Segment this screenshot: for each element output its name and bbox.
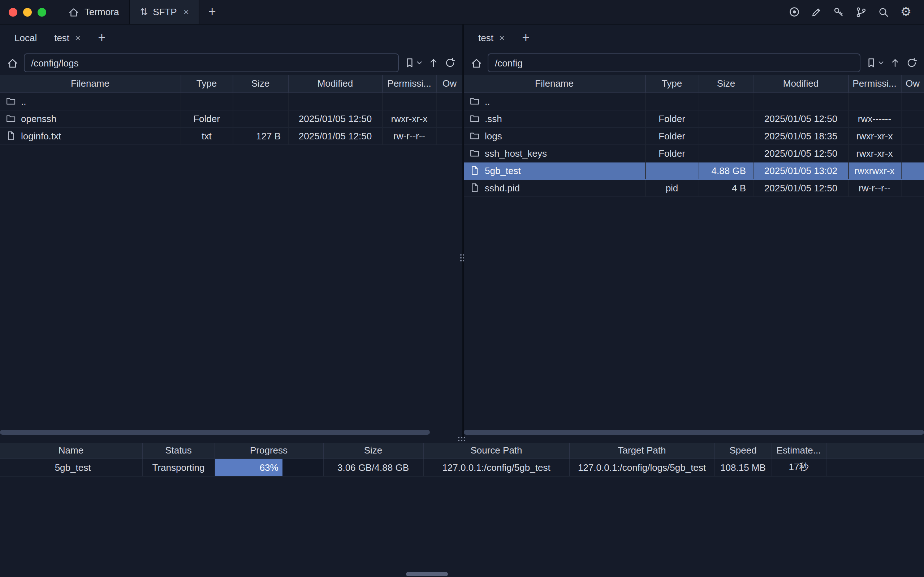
home-icon[interactable]	[6, 57, 19, 69]
col-owner[interactable]: Ow	[901, 75, 924, 92]
col-size[interactable]: Size	[233, 75, 288, 92]
cell-type: txt	[181, 127, 233, 144]
branch-icon[interactable]	[855, 5, 868, 18]
refresh-icon[interactable]	[444, 57, 456, 69]
path-input[interactable]	[24, 53, 399, 72]
file-row-parent[interactable]: ..	[0, 92, 462, 110]
window-controls	[0, 0, 58, 24]
col-source-path[interactable]: Source Path	[423, 443, 569, 459]
cell-progress: 63%	[214, 459, 323, 476]
minimize-window-button[interactable]	[23, 8, 32, 16]
cell-permissions	[848, 92, 901, 110]
search-icon[interactable]	[877, 5, 890, 18]
refresh-icon[interactable]	[906, 57, 918, 69]
gear-icon[interactable]: ⚙	[900, 5, 913, 18]
tab-test-right[interactable]: test ×	[469, 24, 513, 50]
file-icon	[469, 183, 480, 193]
record-icon[interactable]	[787, 5, 800, 18]
tab-local[interactable]: Local	[6, 24, 45, 50]
bookmark-icon[interactable]	[866, 57, 884, 69]
col-progress[interactable]: Progress	[214, 443, 323, 459]
close-icon[interactable]: ×	[184, 6, 189, 17]
key-icon[interactable]	[832, 5, 845, 18]
tab-test-left[interactable]: test ×	[45, 24, 89, 50]
col-filename[interactable]: Filename	[464, 75, 645, 92]
folder-icon	[469, 113, 480, 124]
bottom-scrollbar-thumb[interactable]	[406, 572, 448, 576]
bookmark-icon[interactable]	[404, 57, 422, 69]
cell-owner	[901, 179, 924, 197]
tab-sftp[interactable]: ⇅ SFTP ×	[129, 0, 199, 24]
col-modified[interactable]: Modified	[753, 75, 848, 92]
col-size[interactable]: Size	[698, 75, 753, 92]
cell-modified	[753, 92, 848, 110]
folder-icon	[6, 96, 16, 106]
add-tab-button[interactable]: +	[513, 30, 538, 45]
file-row-ssh-host-keys[interactable]: ssh_host_keys Folder 2025/01/05 12:50 rw…	[464, 144, 924, 162]
file-row-logs[interactable]: logs Folder 2025/01/05 18:35 rwxr-xr-x	[464, 127, 924, 144]
cell-owner	[901, 162, 924, 179]
local-pane: Local test × + Filename Type	[0, 24, 462, 437]
tab-test-left-label: test	[54, 32, 69, 43]
cell-modified: 2025/01/05 12:50	[753, 110, 848, 127]
col-size[interactable]: Size	[323, 443, 423, 459]
col-type[interactable]: Type	[645, 75, 698, 92]
col-type[interactable]: Type	[181, 75, 233, 92]
tab-termora-label: Termora	[84, 6, 119, 17]
col-permissions[interactable]: Permissi...	[848, 75, 901, 92]
cell-type	[645, 92, 698, 110]
cell-permissions: rwxr-xr-x	[848, 127, 901, 144]
horizontal-scrollbar[interactable]	[464, 430, 924, 435]
cell-type: Folder	[645, 144, 698, 162]
titlebar-actions: ⚙	[787, 0, 924, 24]
cell-owner	[436, 127, 462, 144]
close-icon[interactable]: ×	[75, 32, 81, 43]
cell-size: 4.88 GB	[698, 162, 753, 179]
parent-directory-icon[interactable]	[428, 57, 439, 69]
file-row-parent[interactable]: ..	[464, 92, 924, 110]
add-tab-button[interactable]: +	[89, 30, 114, 45]
col-speed[interactable]: Speed	[714, 443, 772, 459]
home-icon[interactable]	[470, 57, 482, 69]
cell-owner	[436, 92, 462, 110]
file-row-5gb-test-selected[interactable]: 5gb_test 4.88 GB 2025/01/05 13:02 rwxrwx…	[464, 162, 924, 179]
cell-permissions: rwxrwxr-x	[848, 162, 901, 179]
cell-permissions: rw-r--r--	[382, 127, 436, 144]
sftp-panes: Local test × + Filename Type	[0, 24, 924, 437]
pencil-icon[interactable]	[810, 5, 823, 18]
new-tab-button[interactable]: +	[200, 0, 225, 24]
remote-file-table: Filename Type Size Modified Permissi... …	[464, 75, 924, 197]
close-window-button[interactable]	[9, 8, 17, 16]
cell-name: 5gb_test	[0, 459, 142, 476]
file-row-openssh[interactable]: openssh Folder 2025/01/05 12:50 rwxr-xr-…	[0, 110, 462, 127]
parent-directory-icon[interactable]	[889, 57, 901, 69]
col-spacer	[826, 443, 924, 459]
cell-size: 3.06 GB/4.88 GB	[323, 459, 423, 476]
file-row-ssh[interactable]: .ssh Folder 2025/01/05 12:50 rwx------	[464, 110, 924, 127]
col-owner[interactable]: Ow	[436, 75, 462, 92]
col-permissions[interactable]: Permissi...	[382, 75, 436, 92]
filename-text: sshd.pid	[485, 182, 520, 193]
filename-text: ..	[485, 96, 490, 106]
col-name[interactable]: Name	[0, 443, 142, 459]
transfer-row-5gb-test[interactable]: 5gb_test Transporting 63% 3.06 GB/4.88 G…	[0, 459, 924, 476]
file-row-loginfo[interactable]: loginfo.txt txt 127 B 2025/01/05 12:50 r…	[0, 127, 462, 144]
tab-termora[interactable]: Termora	[58, 0, 129, 24]
col-estimate[interactable]: Estimate...	[772, 443, 826, 459]
filename-text: 5gb_test	[485, 165, 521, 176]
col-modified[interactable]: Modified	[288, 75, 382, 92]
remote-pane-tabs: test × +	[464, 24, 924, 50]
col-target-path[interactable]: Target Path	[569, 443, 714, 459]
file-row-sshd-pid[interactable]: sshd.pid pid 4 B 2025/01/05 12:50 rw-r--…	[464, 179, 924, 197]
path-input[interactable]	[488, 53, 860, 72]
transfer-panel-splitter[interactable]	[0, 437, 924, 443]
col-filename[interactable]: Filename	[0, 75, 181, 92]
zoom-window-button[interactable]	[37, 8, 46, 16]
cell-size: 4 B	[698, 179, 753, 197]
filename-text: ssh_host_keys	[485, 148, 547, 158]
horizontal-scrollbar[interactable]	[0, 430, 462, 435]
cell-speed: 108.15 MB	[714, 459, 772, 476]
cell-modified: 2025/01/05 12:50	[753, 144, 848, 162]
close-icon[interactable]: ×	[499, 32, 505, 43]
col-status[interactable]: Status	[142, 443, 214, 459]
